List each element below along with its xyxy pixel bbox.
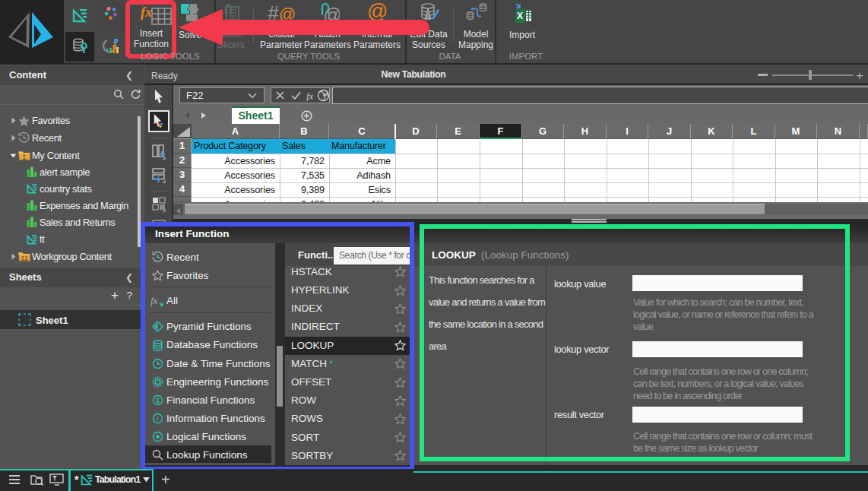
svg-text:X: X	[517, 11, 523, 21]
svg-text:fx: fx	[306, 90, 314, 101]
